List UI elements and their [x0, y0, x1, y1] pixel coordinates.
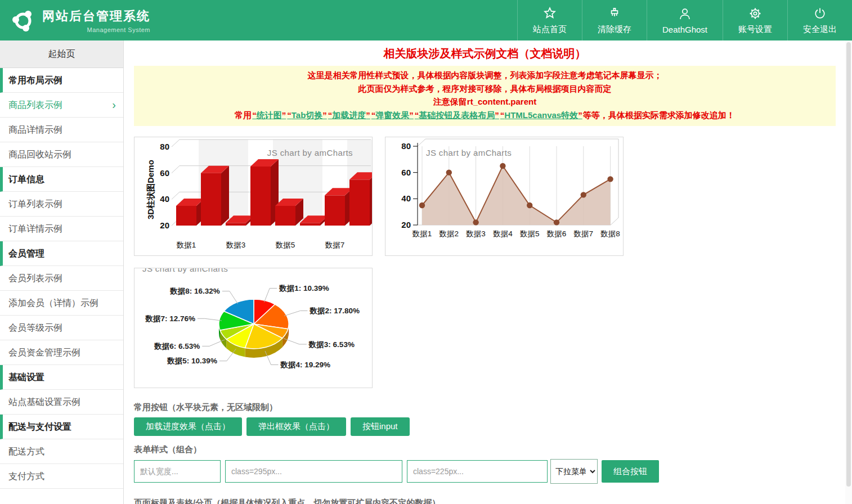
svg-text:数据4: 19.29%: 数据4: 19.29% [280, 361, 331, 369]
app-subtitle: Management System [42, 26, 150, 33]
notice-line-1: 这里是相关常用性样式预设，具体根据内容版块调整，列表添加字段注意考虑笔记本屏幕显… [134, 69, 836, 82]
svg-text:60: 60 [160, 168, 169, 178]
svg-text:数据3: 数据3 [465, 230, 486, 238]
sidebar-item-product-detail[interactable]: 商品详情示例 [0, 118, 123, 142]
default-width-input[interactable] [134, 460, 221, 483]
sidebar-item-member-level[interactable]: 会员等级示例 [0, 316, 123, 340]
svg-text:数据8: 16.32%: 数据8: 16.32% [169, 287, 220, 295]
app-title: 网站后台管理系统 [42, 8, 150, 25]
sidebar-item-order-list[interactable]: 订单列表示例 [0, 192, 123, 217]
sidebar: 起始页 常用布局示例 商品列表示例 › 商品详情示例 商品回收站示例 订单信息 … [0, 40, 124, 504]
sidebar-item-order-detail[interactable]: 订单详情示例 [0, 217, 123, 241]
nav-label: 站点首页 [533, 24, 567, 35]
sidebar-item-product-recycle[interactable]: 商品回收站示例 [0, 142, 123, 167]
svg-text:数据1: 数据1 [412, 230, 432, 238]
svg-text:数据6: 6.53%: 数据6: 6.53% [154, 342, 200, 350]
top-header-bar: 网站后台管理系统 Management System 站点首页 清除缓存 [0, 0, 852, 40]
sidebar-item-member-list[interactable]: 会员列表示例 [0, 266, 123, 291]
svg-text:数据8: 数据8 [600, 230, 620, 238]
notice-link-modal[interactable]: “弹窗效果” [371, 110, 414, 120]
notice-line-3: 注意保留rt_content.parent [134, 95, 836, 109]
svg-text:数据2: 数据2 [439, 230, 459, 238]
sidebar-item-member-add[interactable]: 添加会员（详情）示例 [0, 291, 123, 316]
power-icon [813, 6, 827, 21]
svg-text:数据7: 12.76%: 数据7: 12.76% [145, 314, 195, 323]
svg-text:20: 20 [401, 220, 411, 230]
svg-text:JS chart by amCharts: JS chart by amCharts [142, 268, 228, 273]
svg-text:80: 80 [401, 141, 411, 151]
notice-link-chart[interactable]: “统计图” [252, 110, 286, 120]
nav-label: 安全退出 [803, 24, 837, 35]
sidebar-item-payment-method[interactable]: 支付方式 [0, 464, 123, 489]
nav-account-settings[interactable]: 账号设置 [723, 0, 787, 40]
svg-text:数据6: 数据6 [546, 230, 567, 238]
sidebar-item-site-settings[interactable]: 站点基础设置示例 [0, 390, 123, 415]
svg-text:数据5: 10.39%: 数据5: 10.39% [167, 357, 217, 365]
notice-link-canvas[interactable]: “HTML5canvas特效” [500, 110, 582, 120]
page-title: 相关版块涉及样式示例文档（文档说明） [134, 46, 836, 61]
svg-text:JS chart by amCharts: JS chart by amCharts [267, 148, 353, 158]
sidebar-group-layout-examples[interactable]: 常用布局示例 [0, 68, 123, 93]
star-icon [542, 6, 557, 21]
sidebar-home-link[interactable]: 起始页 [0, 40, 123, 68]
line-chart: 20406080数据1数据2数据3数据4数据5数据6数据7数据8JS chart… [385, 137, 623, 255]
gear-icon [748, 6, 763, 21]
notice-line-4: 常用“统计图”“Tab切换”“加载进度”“弹窗效果”“基础按钮及表格布局”“HT… [134, 109, 836, 122]
notice-link-tab[interactable]: “Tab切换” [287, 110, 327, 120]
nav-clear-cache[interactable]: 清除缓存 [582, 0, 647, 40]
svg-text:数据7: 数据7 [325, 241, 345, 249]
combo-button[interactable]: 组合按钮 [602, 460, 659, 483]
loading-progress-button[interactable]: 加载进度效果（点击） [134, 417, 242, 436]
svg-text:40: 40 [160, 194, 169, 204]
pie-chart-panel: 数据1: 10.39%数据2: 17.80%数据3: 6.53%数据4: 19.… [134, 268, 373, 388]
header-nav: 站点首页 清除缓存 DeathGhost [517, 0, 852, 40]
sidebar-group-basic-settings[interactable]: 基础设置 [0, 365, 123, 390]
svg-text:数据5: 数据5 [275, 241, 295, 249]
svg-text:数据7: 数据7 [573, 230, 594, 238]
pie-chart: 数据1: 10.39%数据2: 17.80%数据3: 6.53%数据4: 19.… [134, 268, 372, 388]
nav-label: DeathGhost [662, 25, 707, 34]
user-icon [678, 7, 692, 21]
form-section-heading: 表单样式（组合） [134, 444, 836, 455]
svg-text:数据3: 6.53%: 数据3: 6.53% [308, 340, 355, 349]
width-225-input[interactable] [407, 460, 548, 483]
svg-text:60: 60 [401, 168, 411, 177]
form-row: 下拉菜单 组合按钮 [134, 459, 836, 484]
nav-label: 账号设置 [738, 24, 772, 35]
table-section-heading: 页面标题及表格/分页（根据具体情况列入重点，切勿放置可扩展内容不定的数据） [134, 498, 836, 504]
svg-text:数据3: 数据3 [226, 241, 246, 249]
svg-text:数据1: 数据1 [176, 241, 196, 249]
sidebar-group-shipping-payment[interactable]: 配送与支付设置 [0, 415, 123, 439]
nav-user-account[interactable]: DeathGhost [647, 0, 723, 40]
svg-text:20: 20 [160, 220, 169, 230]
notice-link-progress[interactable]: “加载进度” [328, 110, 370, 120]
notice-link-button-table[interactable]: “基础按钮及表格布局” [415, 110, 499, 120]
svg-text:数据4: 数据4 [492, 230, 513, 238]
sidebar-item-member-funds[interactable]: 会员资金管理示例 [0, 340, 123, 365]
charts-row: 20406080数据1数据3数据5数据73D柱状图DemoJS chart by… [134, 137, 836, 256]
svg-text:数据1: 10.39%: 数据1: 10.39% [279, 284, 329, 292]
sidebar-menu: 常用布局示例 商品列表示例 › 商品详情示例 商品回收站示例 订单信息 订单列表… [0, 68, 123, 489]
popup-effect-button[interactable]: 弹出框效果（点击） [246, 417, 346, 436]
notice-box: 这里是相关常用性样式预设，具体根据内容版块调整，列表添加字段注意考虑笔记本屏幕显… [134, 66, 836, 126]
brush-icon [607, 6, 622, 21]
sidebar-group-member-mgmt[interactable]: 会员管理 [0, 241, 123, 266]
svg-text:JS chart by amCharts: JS chart by amCharts [426, 148, 512, 158]
nav-site-home[interactable]: 站点首页 [517, 0, 582, 40]
sidebar-group-order-info[interactable]: 订单信息 [0, 167, 123, 192]
svg-text:80: 80 [160, 142, 169, 151]
buttons-section-heading: 常用按钮（水平块元素，无区域限制） [134, 402, 836, 413]
app-window: 网站后台管理系统 Management System 站点首页 清除缓存 [0, 0, 852, 504]
sidebar-item-product-list[interactable]: 商品列表示例 › [0, 93, 123, 118]
notice-line-2: 此页面仅为样式参考，程序对接可移除，具体布局根据项目内容而定 [134, 82, 836, 96]
sidebar-item-shipping-method[interactable]: 配送方式 [0, 439, 123, 464]
svg-text:数据5: 数据5 [519, 230, 540, 238]
input-button[interactable]: 按钮input [351, 417, 410, 436]
bar-chart-panel: 20406080数据1数据3数据5数据73D柱状图DemoJS chart by… [134, 137, 373, 256]
bar-chart: 20406080数据1数据3数据5数据73D柱状图DemoJS chart by… [134, 137, 372, 255]
width-295-input[interactable] [225, 460, 402, 483]
vertical-scrollbar [845, 40, 852, 504]
nav-logout[interactable]: 安全退出 [787, 0, 852, 40]
dropdown-select[interactable]: 下拉菜单 [550, 459, 598, 484]
scrollbar-thumb[interactable] [846, 42, 851, 487]
